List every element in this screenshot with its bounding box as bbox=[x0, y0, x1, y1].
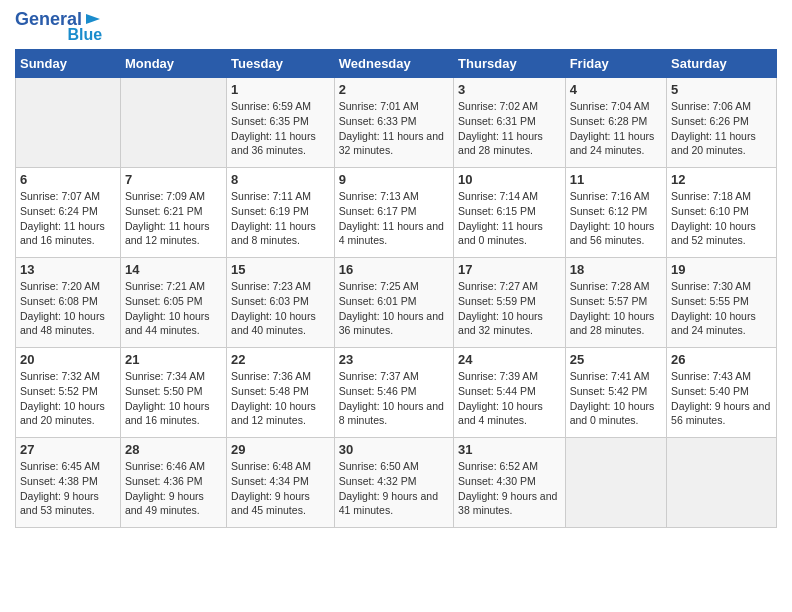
day-number: 3 bbox=[458, 82, 561, 97]
day-info: Sunrise: 7:27 AMSunset: 5:59 PMDaylight:… bbox=[458, 279, 561, 338]
day-info: Sunrise: 7:16 AMSunset: 6:12 PMDaylight:… bbox=[570, 189, 662, 248]
weekday-header-thursday: Thursday bbox=[454, 50, 566, 78]
calendar-cell: 1Sunrise: 6:59 AMSunset: 6:35 PMDaylight… bbox=[227, 78, 335, 168]
calendar-cell: 25Sunrise: 7:41 AMSunset: 5:42 PMDayligh… bbox=[565, 348, 666, 438]
day-number: 31 bbox=[458, 442, 561, 457]
day-number: 20 bbox=[20, 352, 116, 367]
calendar-week-5: 27Sunrise: 6:45 AMSunset: 4:38 PMDayligh… bbox=[16, 438, 777, 528]
day-info: Sunrise: 7:32 AMSunset: 5:52 PMDaylight:… bbox=[20, 369, 116, 428]
day-number: 29 bbox=[231, 442, 330, 457]
calendar-body: 1Sunrise: 6:59 AMSunset: 6:35 PMDaylight… bbox=[16, 78, 777, 528]
calendar-table: SundayMondayTuesdayWednesdayThursdayFrid… bbox=[15, 49, 777, 528]
calendar-cell: 10Sunrise: 7:14 AMSunset: 6:15 PMDayligh… bbox=[454, 168, 566, 258]
weekday-header-friday: Friday bbox=[565, 50, 666, 78]
calendar-cell bbox=[16, 78, 121, 168]
day-number: 21 bbox=[125, 352, 222, 367]
calendar-cell bbox=[667, 438, 777, 528]
day-number: 22 bbox=[231, 352, 330, 367]
day-number: 4 bbox=[570, 82, 662, 97]
calendar-cell bbox=[565, 438, 666, 528]
day-info: Sunrise: 6:52 AMSunset: 4:30 PMDaylight:… bbox=[458, 459, 561, 518]
calendar-cell: 14Sunrise: 7:21 AMSunset: 6:05 PMDayligh… bbox=[120, 258, 226, 348]
day-number: 12 bbox=[671, 172, 772, 187]
day-info: Sunrise: 6:46 AMSunset: 4:36 PMDaylight:… bbox=[125, 459, 222, 518]
day-number: 8 bbox=[231, 172, 330, 187]
calendar-cell: 21Sunrise: 7:34 AMSunset: 5:50 PMDayligh… bbox=[120, 348, 226, 438]
day-info: Sunrise: 7:13 AMSunset: 6:17 PMDaylight:… bbox=[339, 189, 449, 248]
weekday-header-monday: Monday bbox=[120, 50, 226, 78]
day-number: 26 bbox=[671, 352, 772, 367]
day-number: 23 bbox=[339, 352, 449, 367]
calendar-cell: 9Sunrise: 7:13 AMSunset: 6:17 PMDaylight… bbox=[334, 168, 453, 258]
calendar-cell: 11Sunrise: 7:16 AMSunset: 6:12 PMDayligh… bbox=[565, 168, 666, 258]
calendar-cell: 12Sunrise: 7:18 AMSunset: 6:10 PMDayligh… bbox=[667, 168, 777, 258]
day-number: 2 bbox=[339, 82, 449, 97]
calendar-cell: 19Sunrise: 7:30 AMSunset: 5:55 PMDayligh… bbox=[667, 258, 777, 348]
calendar-cell: 4Sunrise: 7:04 AMSunset: 6:28 PMDaylight… bbox=[565, 78, 666, 168]
calendar-week-1: 1Sunrise: 6:59 AMSunset: 6:35 PMDaylight… bbox=[16, 78, 777, 168]
day-number: 11 bbox=[570, 172, 662, 187]
calendar-cell: 29Sunrise: 6:48 AMSunset: 4:34 PMDayligh… bbox=[227, 438, 335, 528]
calendar-cell: 5Sunrise: 7:06 AMSunset: 6:26 PMDaylight… bbox=[667, 78, 777, 168]
day-number: 10 bbox=[458, 172, 561, 187]
calendar-cell: 31Sunrise: 6:52 AMSunset: 4:30 PMDayligh… bbox=[454, 438, 566, 528]
page-header: General Blue bbox=[15, 10, 777, 43]
day-info: Sunrise: 7:25 AMSunset: 6:01 PMDaylight:… bbox=[339, 279, 449, 338]
calendar-week-4: 20Sunrise: 7:32 AMSunset: 5:52 PMDayligh… bbox=[16, 348, 777, 438]
day-info: Sunrise: 7:21 AMSunset: 6:05 PMDaylight:… bbox=[125, 279, 222, 338]
weekday-header-tuesday: Tuesday bbox=[227, 50, 335, 78]
day-info: Sunrise: 7:06 AMSunset: 6:26 PMDaylight:… bbox=[671, 99, 772, 158]
day-number: 19 bbox=[671, 262, 772, 277]
day-info: Sunrise: 7:37 AMSunset: 5:46 PMDaylight:… bbox=[339, 369, 449, 428]
day-number: 25 bbox=[570, 352, 662, 367]
calendar-cell: 17Sunrise: 7:27 AMSunset: 5:59 PMDayligh… bbox=[454, 258, 566, 348]
calendar-cell: 6Sunrise: 7:07 AMSunset: 6:24 PMDaylight… bbox=[16, 168, 121, 258]
day-info: Sunrise: 7:18 AMSunset: 6:10 PMDaylight:… bbox=[671, 189, 772, 248]
day-number: 7 bbox=[125, 172, 222, 187]
day-number: 27 bbox=[20, 442, 116, 457]
day-number: 17 bbox=[458, 262, 561, 277]
day-info: Sunrise: 7:23 AMSunset: 6:03 PMDaylight:… bbox=[231, 279, 330, 338]
day-info: Sunrise: 7:20 AMSunset: 6:08 PMDaylight:… bbox=[20, 279, 116, 338]
calendar-cell: 28Sunrise: 6:46 AMSunset: 4:36 PMDayligh… bbox=[120, 438, 226, 528]
calendar-cell bbox=[120, 78, 226, 168]
calendar-cell: 13Sunrise: 7:20 AMSunset: 6:08 PMDayligh… bbox=[16, 258, 121, 348]
weekday-header-saturday: Saturday bbox=[667, 50, 777, 78]
calendar-cell: 27Sunrise: 6:45 AMSunset: 4:38 PMDayligh… bbox=[16, 438, 121, 528]
svg-marker-0 bbox=[86, 14, 100, 24]
day-info: Sunrise: 7:39 AMSunset: 5:44 PMDaylight:… bbox=[458, 369, 561, 428]
calendar-cell: 24Sunrise: 7:39 AMSunset: 5:44 PMDayligh… bbox=[454, 348, 566, 438]
day-info: Sunrise: 7:07 AMSunset: 6:24 PMDaylight:… bbox=[20, 189, 116, 248]
calendar-week-2: 6Sunrise: 7:07 AMSunset: 6:24 PMDaylight… bbox=[16, 168, 777, 258]
day-info: Sunrise: 6:50 AMSunset: 4:32 PMDaylight:… bbox=[339, 459, 449, 518]
day-info: Sunrise: 7:14 AMSunset: 6:15 PMDaylight:… bbox=[458, 189, 561, 248]
day-info: Sunrise: 6:59 AMSunset: 6:35 PMDaylight:… bbox=[231, 99, 330, 158]
day-info: Sunrise: 7:34 AMSunset: 5:50 PMDaylight:… bbox=[125, 369, 222, 428]
day-info: Sunrise: 7:01 AMSunset: 6:33 PMDaylight:… bbox=[339, 99, 449, 158]
day-number: 14 bbox=[125, 262, 222, 277]
calendar-cell: 18Sunrise: 7:28 AMSunset: 5:57 PMDayligh… bbox=[565, 258, 666, 348]
calendar-cell: 16Sunrise: 7:25 AMSunset: 6:01 PMDayligh… bbox=[334, 258, 453, 348]
calendar-cell: 2Sunrise: 7:01 AMSunset: 6:33 PMDaylight… bbox=[334, 78, 453, 168]
logo-blue: Blue bbox=[67, 26, 102, 44]
day-info: Sunrise: 7:41 AMSunset: 5:42 PMDaylight:… bbox=[570, 369, 662, 428]
day-info: Sunrise: 7:30 AMSunset: 5:55 PMDaylight:… bbox=[671, 279, 772, 338]
calendar-cell: 15Sunrise: 7:23 AMSunset: 6:03 PMDayligh… bbox=[227, 258, 335, 348]
weekday-header-row: SundayMondayTuesdayWednesdayThursdayFrid… bbox=[16, 50, 777, 78]
calendar-cell: 23Sunrise: 7:37 AMSunset: 5:46 PMDayligh… bbox=[334, 348, 453, 438]
day-number: 5 bbox=[671, 82, 772, 97]
calendar-cell: 30Sunrise: 6:50 AMSunset: 4:32 PMDayligh… bbox=[334, 438, 453, 528]
day-info: Sunrise: 7:11 AMSunset: 6:19 PMDaylight:… bbox=[231, 189, 330, 248]
calendar-week-3: 13Sunrise: 7:20 AMSunset: 6:08 PMDayligh… bbox=[16, 258, 777, 348]
calendar-cell: 20Sunrise: 7:32 AMSunset: 5:52 PMDayligh… bbox=[16, 348, 121, 438]
calendar-cell: 3Sunrise: 7:02 AMSunset: 6:31 PMDaylight… bbox=[454, 78, 566, 168]
calendar-cell: 26Sunrise: 7:43 AMSunset: 5:40 PMDayligh… bbox=[667, 348, 777, 438]
day-number: 1 bbox=[231, 82, 330, 97]
day-number: 18 bbox=[570, 262, 662, 277]
logo: General Blue bbox=[15, 10, 102, 43]
weekday-header-wednesday: Wednesday bbox=[334, 50, 453, 78]
day-number: 9 bbox=[339, 172, 449, 187]
calendar-cell: 8Sunrise: 7:11 AMSunset: 6:19 PMDaylight… bbox=[227, 168, 335, 258]
day-info: Sunrise: 6:45 AMSunset: 4:38 PMDaylight:… bbox=[20, 459, 116, 518]
day-info: Sunrise: 6:48 AMSunset: 4:34 PMDaylight:… bbox=[231, 459, 330, 518]
